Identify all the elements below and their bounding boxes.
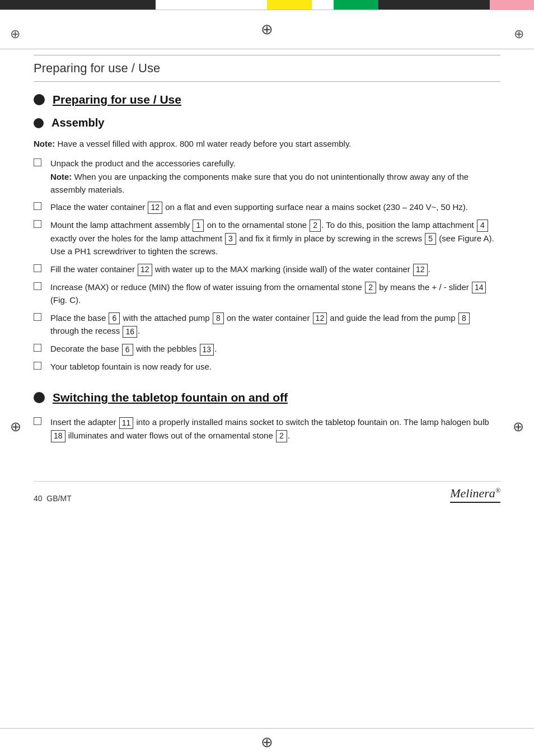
list-item: Increase (MAX) or reduce (MIN) the flow … <box>34 281 500 307</box>
reg-mark-left: ⊕ <box>10 27 20 41</box>
list-text-2a: Place the water container <box>50 202 147 212</box>
page-title-section: Preparing for use / Use <box>34 55 500 82</box>
list-text-7c: . <box>214 344 217 353</box>
switch-text-1d: . <box>288 431 290 440</box>
page-num-value: 40 <box>34 494 43 503</box>
list-item-content: Place the water container 12 on a flat a… <box>50 200 500 214</box>
list-text-2b: on a flat and even supporting surface ne… <box>163 202 468 212</box>
list-checkbox <box>34 158 41 166</box>
list-item-content: Increase (MAX) or reduce (MIN) the flow … <box>50 281 500 307</box>
list-text-6d: and guide the lead from the pump <box>327 313 458 323</box>
section-heading-assembly: Assembly <box>34 116 500 129</box>
header-crosshair: ⊕ <box>261 21 273 38</box>
switch-text-1b: into a properly installed mains socket t… <box>134 417 489 427</box>
ref-box: 2 <box>276 430 287 442</box>
bullet-switch <box>34 392 45 403</box>
ref-box: 12 <box>138 264 152 276</box>
list-text-3d: exactly over the holes for the lamp atta… <box>50 234 224 243</box>
list-text-4a: Fill the water container <box>50 264 137 274</box>
header-area: ⊕ ⊕ ⊕ <box>0 10 534 49</box>
list-text-6c: on the water container <box>224 313 312 323</box>
list-item: Insert the adapter 11 into a properly in… <box>34 416 500 442</box>
list-checkbox <box>34 362 41 370</box>
list-checkbox <box>34 220 41 228</box>
list-text-6b: with the attached pump <box>120 313 212 323</box>
ref-box: 2 <box>365 282 376 294</box>
list-text-3e: and fix it firmly in place by screwing i… <box>237 234 424 243</box>
page-locale: GB/MT <box>46 494 71 503</box>
list-item-content: Decorate the base 6 with the pebbles 13. <box>50 342 500 356</box>
list-text-3a: Mount the lamp attachment assembly <box>50 220 192 230</box>
list-item-content: Unpack the product and the accessories c… <box>50 157 500 196</box>
ref-box: 12 <box>313 312 327 325</box>
section-heading-switch: Switching the tabletop fountain on and o… <box>34 391 500 404</box>
ref-box: 1 <box>193 220 204 232</box>
page-content: Preparing for use / Use Preparing for us… <box>0 55 534 514</box>
list-text-8: Your tabletop fountain is now ready for … <box>50 362 212 371</box>
brand-logo: Melinera® <box>450 486 500 503</box>
list-item: Mount the lamp attachment assembly 1 on … <box>34 218 500 258</box>
ref-box: 4 <box>477 220 488 232</box>
list-text-5c: (Fig. C). <box>50 295 81 305</box>
list-text-4b: with water up to the MAX marking (inside… <box>153 264 413 274</box>
ref-box: 18 <box>51 430 65 442</box>
list-checkbox <box>34 282 41 290</box>
ref-box: 13 <box>200 344 214 356</box>
ref-box: 12 <box>413 264 428 276</box>
list-item-content: Your tabletop fountain is now ready for … <box>50 360 500 373</box>
list-item: Place the water container 12 on a flat a… <box>34 200 500 214</box>
section-title-assembly: Assembly <box>51 116 105 129</box>
ref-box: 2 <box>310 220 321 232</box>
list-item-content: Fill the water container 12 with water u… <box>50 263 500 276</box>
page-number: 40 GB/MT <box>34 494 72 503</box>
note-intro-text: Have a vessel filled with approx. 800 ml… <box>55 139 351 148</box>
spacer <box>34 377 500 391</box>
list-checkbox <box>34 202 41 210</box>
list-item-content: Place the base 6 with the attached pump … <box>50 311 500 338</box>
list-item-content: Mount the lamp attachment assembly 1 on … <box>50 218 500 258</box>
list-item: Place the base 6 with the attached pump … <box>34 311 500 338</box>
note-intro-label: Note: <box>34 139 55 148</box>
ref-box: 12 <box>148 202 162 214</box>
list-item-content: Insert the adapter 11 into a properly in… <box>50 416 500 442</box>
ref-box: 6 <box>109 312 120 325</box>
note-intro-para: Note: Have a vessel filled with approx. … <box>34 137 500 150</box>
top-color-bar <box>0 0 534 10</box>
list-item: Your tabletop fountain is now ready for … <box>34 360 500 373</box>
list-note-label-1: Note: <box>50 172 72 181</box>
list-item: Fill the water container 12 with water u… <box>34 263 500 276</box>
ref-box: 8 <box>458 312 470 325</box>
list-text-7b: with the pebbles <box>134 344 199 353</box>
list-checkbox <box>34 344 41 352</box>
bottom-area: ⊕ <box>0 728 534 756</box>
list-checkbox <box>34 264 41 272</box>
page-title: Preparing for use / Use <box>34 61 160 75</box>
list-text-3b: on to the ornamental stone <box>204 220 309 230</box>
switch-text-1a: Insert the adapter <box>50 417 119 427</box>
bullet-main <box>34 94 45 105</box>
ref-box: 11 <box>119 417 134 430</box>
switch-text-1c: illuminates and water flows out of the o… <box>66 431 275 440</box>
list-text-3c: . To do this, position the lamp attachme… <box>321 220 476 230</box>
side-reg-mark-right: ⊕ <box>513 419 524 435</box>
list-checkbox <box>34 313 41 321</box>
ref-box: 14 <box>472 282 486 294</box>
brand-name: Melinera <box>450 486 495 500</box>
ref-box: 3 <box>225 233 236 245</box>
brand-registered: ® <box>495 487 500 494</box>
list-text-7a: Decorate the base <box>50 344 121 353</box>
list-note-text-1: When you are unpacking the components ma… <box>50 172 469 194</box>
ref-box: 5 <box>425 233 436 245</box>
ref-box: 8 <box>213 312 224 325</box>
list-text-5b: by means the + / - slider <box>377 282 471 292</box>
side-reg-mark-left: ⊕ <box>10 419 21 435</box>
ref-box: 16 <box>123 326 137 338</box>
bullet-assembly <box>34 118 44 128</box>
list-text-6e: through the recess <box>50 326 122 335</box>
list-text-4c: . <box>428 264 430 274</box>
section-heading-main: Preparing for use / Use <box>34 93 500 106</box>
bottom-crosshair: ⊕ <box>261 734 273 751</box>
section-title-main: Preparing for use / Use <box>53 93 181 106</box>
list-item: Decorate the base 6 with the pebbles 13. <box>34 342 500 356</box>
list-text-6a: Place the base <box>50 313 108 323</box>
